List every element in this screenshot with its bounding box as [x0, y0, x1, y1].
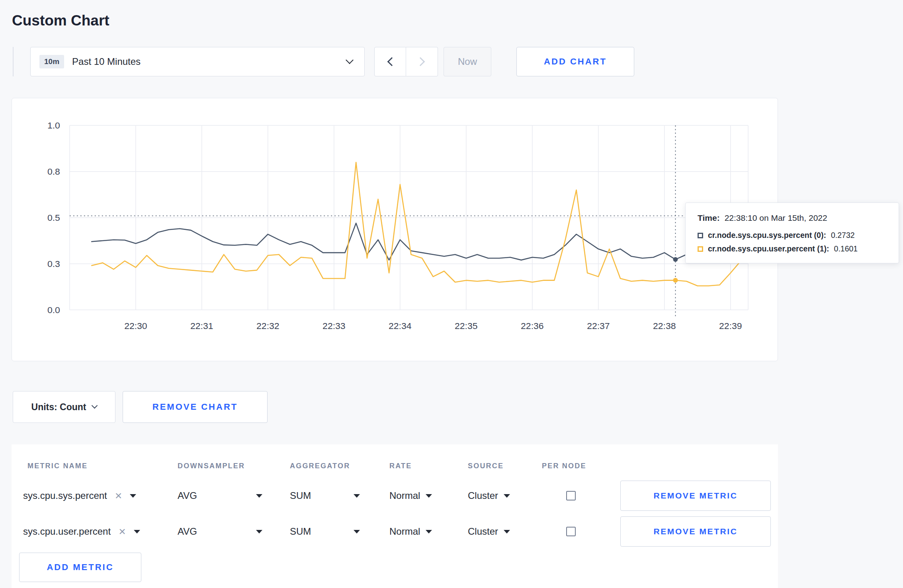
tooltip-series-row: cr.node.sys.cpu.user.percent (1): 0.1601 [698, 244, 887, 253]
svg-text:22:31: 22:31 [190, 321, 213, 331]
svg-text:0.3: 0.3 [47, 259, 60, 269]
time-nav-group [374, 47, 438, 76]
tooltip-time-value: 22:38:10 on Mar 15th, 2022 [725, 213, 827, 222]
caret-down-icon [354, 530, 360, 533]
downsampler-value: AVG [178, 526, 197, 537]
caret-down-icon [354, 494, 360, 498]
remove-metric-button[interactable]: REMOVE METRIC [620, 516, 771, 547]
tooltip-time-label: Time: [698, 213, 720, 222]
per-node-cell [566, 478, 576, 514]
custom-chart-page: Custom Chart 10m Past 10 Minutes Now ADD… [0, 0, 903, 588]
add-metric-button[interactable]: ADD METRIC [19, 553, 141, 582]
caret-down-icon [426, 530, 432, 533]
close-icon[interactable]: × [115, 490, 122, 502]
svg-text:22:36: 22:36 [521, 321, 543, 331]
metric-row: sys.cpu.sys.percent × AVG SUM Normal Clu… [12, 478, 778, 514]
metric-name-value: sys.cpu.user.percent [23, 526, 111, 537]
caret-down-icon [134, 530, 140, 533]
now-button[interactable]: Now [444, 47, 491, 76]
chevron-right-icon [416, 57, 425, 66]
svg-text:22:34: 22:34 [389, 321, 412, 331]
series-sys-legend-icon [698, 233, 703, 238]
svg-text:1.0: 1.0 [47, 120, 60, 130]
tooltip-series-value: 0.2732 [831, 231, 855, 240]
time-range-badge: 10m [39, 55, 64, 68]
svg-text:0.8: 0.8 [47, 166, 60, 177]
rate-value: Normal [389, 490, 420, 501]
caret-down-icon [130, 494, 136, 498]
per-node-checkbox[interactable] [566, 491, 576, 500]
header-downsampler: DOWNSAMPLER [178, 462, 245, 470]
svg-text:22:39: 22:39 [719, 321, 742, 331]
source-value: Cluster [468, 526, 498, 537]
aggregator-value: SUM [290, 526, 311, 537]
aggregator-select[interactable]: SUM [290, 478, 360, 514]
chevron-down-icon [346, 56, 354, 64]
tooltip-series-value: 0.1601 [834, 244, 858, 253]
svg-text:22:38: 22:38 [653, 321, 676, 331]
source-select[interactable]: Cluster [468, 514, 510, 549]
aggregator-value: SUM [290, 490, 311, 501]
caret-down-icon [256, 530, 262, 533]
chevron-left-icon [387, 57, 397, 66]
rate-select[interactable]: Normal [389, 478, 432, 514]
tooltip-series-label: cr.node.sys.cpu.sys.percent (0): [708, 231, 826, 240]
add-chart-button[interactable]: ADD CHART [516, 47, 634, 76]
downsampler-value: AVG [178, 490, 197, 501]
downsampler-select[interactable]: AVG [178, 514, 262, 549]
svg-text:22:35: 22:35 [455, 321, 477, 331]
source-value: Cluster [468, 490, 498, 501]
time-range-dropdown[interactable]: 10m Past 10 Minutes [30, 47, 365, 76]
header-rate: RATE [389, 462, 412, 470]
rate-value: Normal [389, 526, 420, 537]
metric-name-select[interactable]: sys.cpu.sys.percent × [23, 478, 136, 514]
metrics-table: METRIC NAME DOWNSAMPLER AGGREGATOR RATE … [12, 444, 778, 588]
header-source: SOURCE [468, 462, 504, 470]
caret-down-icon [504, 530, 510, 533]
downsampler-select[interactable]: AVG [178, 478, 262, 514]
source-select[interactable]: Cluster [468, 478, 510, 514]
units-label: Units: Count [31, 402, 86, 413]
close-icon[interactable]: × [119, 526, 126, 537]
tooltip-time-row: Time:22:38:10 on Mar 15th, 2022 [698, 213, 887, 223]
page-title: Custom Chart [12, 12, 109, 29]
remove-metric-button[interactable]: REMOVE METRIC [620, 481, 771, 511]
svg-text:0.0: 0.0 [47, 305, 60, 315]
series-user-legend-icon [698, 246, 703, 252]
metric-name-value: sys.cpu.sys.percent [23, 490, 107, 501]
toolbar-divider [13, 47, 14, 76]
units-dropdown[interactable]: Units: Count [13, 391, 115, 423]
rate-select[interactable]: Normal [389, 514, 432, 549]
caret-down-icon [504, 494, 510, 498]
metric-name-select[interactable]: sys.cpu.user.percent × [23, 514, 140, 549]
tooltip-series-label: cr.node.sys.cpu.user.percent (1): [708, 244, 829, 253]
svg-text:22:33: 22:33 [322, 321, 345, 331]
next-time-button[interactable] [406, 47, 438, 76]
time-range-label: Past 10 Minutes [72, 56, 141, 67]
prev-time-button[interactable] [374, 47, 406, 76]
svg-text:22:32: 22:32 [256, 321, 279, 331]
chart-canvas[interactable]: 0.00.30.50.81.022:3022:3122:3222:3322:34… [12, 98, 778, 361]
aggregator-select[interactable]: SUM [290, 514, 360, 549]
svg-text:22:37: 22:37 [587, 321, 610, 331]
remove-chart-button[interactable]: REMOVE CHART [123, 391, 268, 423]
svg-text:22:30: 22:30 [124, 321, 147, 331]
chart-tooltip: Time:22:38:10 on Mar 15th, 2022 cr.node.… [685, 202, 899, 263]
caret-down-icon [426, 494, 432, 498]
per-node-cell [566, 514, 576, 549]
header-metric-name: METRIC NAME [27, 462, 88, 470]
header-per-node: PER NODE [542, 462, 586, 470]
metric-row: sys.cpu.user.percent × AVG SUM Normal Cl… [12, 514, 778, 549]
tooltip-series-row: cr.node.sys.cpu.sys.percent (0): 0.2732 [698, 231, 887, 240]
svg-text:0.5: 0.5 [47, 212, 60, 223]
chart-panel: 0.00.30.50.81.022:3022:3122:3222:3322:34… [12, 98, 778, 361]
caret-down-icon [256, 494, 262, 498]
chevron-down-icon [92, 403, 98, 409]
header-aggregator: AGGREGATOR [290, 462, 350, 470]
per-node-checkbox[interactable] [566, 527, 576, 536]
